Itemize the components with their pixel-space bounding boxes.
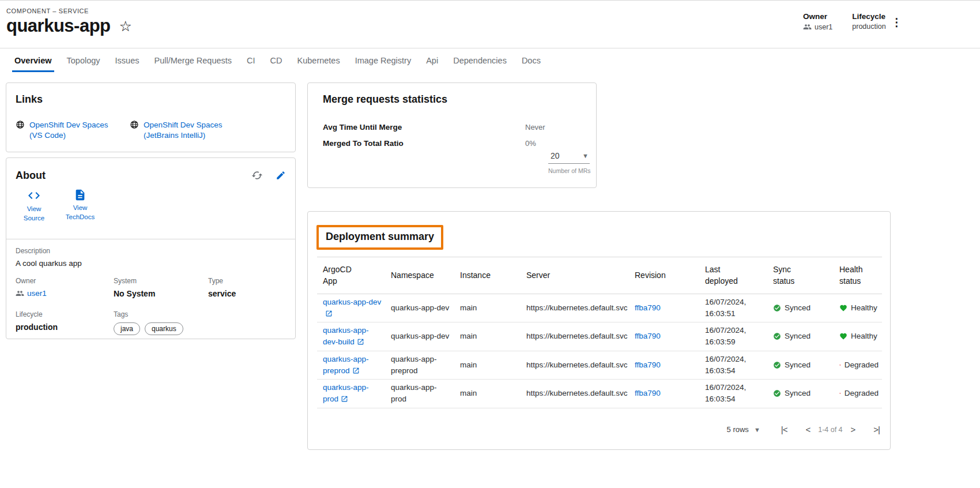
argocd-app-link[interactable]: quarkus-app-prod	[323, 383, 369, 403]
entity-page: COMPONENT – SERVICE quarkus-app ☆ Owner …	[0, 0, 980, 488]
instance-cell: main	[454, 322, 521, 351]
namespace-cell: quarkus-app-dev	[385, 322, 454, 351]
number-of-mrs-select[interactable]: 20 ▼ Number of MRs	[548, 151, 590, 174]
check-circle-icon	[773, 304, 781, 312]
check-circle-icon	[773, 361, 781, 369]
namespace-cell: quarkus-app-prod	[385, 380, 454, 408]
health-status-cell: Healthy	[839, 331, 879, 342]
namespace-cell: quarkus-app-dev	[385, 294, 454, 322]
links-card: Links OpenShift Dev Spaces (VS Code) Ope…	[6, 82, 296, 152]
table-pagination: 5 rows ▼ |< < 1-4 of 4 > >|	[727, 425, 880, 434]
stat-label: Avg Time Until Merge	[323, 123, 525, 132]
tab-issues[interactable]: Issues	[108, 49, 147, 72]
docs-icon	[74, 189, 86, 201]
about-owner-field: Owner user1	[16, 277, 114, 300]
link-devspaces-intellij[interactable]: OpenShift Dev Spaces (JetBrains IntelliJ…	[130, 120, 229, 141]
sync-status-cell: Synced	[773, 331, 830, 342]
open-in-new-icon	[341, 395, 348, 403]
tab-pull-merge-requests[interactable]: Pull/Merge Requests	[146, 49, 239, 72]
favorite-star-icon[interactable]: ☆	[119, 19, 132, 33]
view-source-button[interactable]: View Source	[16, 189, 52, 223]
chevron-down-icon: ▼	[754, 426, 760, 433]
deployment-table: ArgoCD App Namespace Instance Server Rev…	[317, 257, 882, 408]
link-devspaces-vscode[interactable]: OpenShift Dev Spaces (VS Code)	[16, 120, 115, 141]
title-row: quarkus-app ☆	[6, 16, 132, 36]
check-circle-icon	[773, 389, 781, 397]
about-owner-link[interactable]: user1	[16, 289, 47, 298]
tab-dependencies[interactable]: Dependencies	[446, 49, 514, 72]
about-lifecycle-label: Lifecycle	[16, 310, 114, 318]
about-tags-label: Tags	[114, 310, 208, 318]
link-label: OpenShift Dev Spaces (VS Code)	[29, 120, 115, 141]
revision-link[interactable]: ffba790	[635, 389, 661, 397]
rows-per-page-select[interactable]: 5 rows ▼	[727, 425, 760, 434]
tab-image-registry[interactable]: Image Registry	[348, 49, 419, 72]
health-status-cell: Degraded	[839, 359, 879, 371]
about-type-value: service	[208, 289, 286, 298]
tab-docs[interactable]: Docs	[514, 49, 548, 72]
tab-ci[interactable]: CI	[239, 49, 263, 72]
merge-stats-card: Merge requests statistics Avg Time Until…	[307, 82, 597, 188]
about-system-value: No System	[114, 289, 208, 298]
open-in-new-icon	[325, 310, 333, 317]
code-icon	[27, 189, 41, 202]
globe-icon	[16, 120, 25, 129]
instance-cell: main	[454, 380, 521, 408]
previous-page-icon[interactable]: <	[805, 425, 810, 434]
merge-stats-title: Merge requests statistics	[323, 93, 581, 106]
chevron-down-icon: ▼	[582, 152, 589, 159]
stat-row-avg-merge: Avg Time Until Merge Never	[323, 123, 581, 132]
view-techdocs-button[interactable]: View TechDocs	[62, 189, 99, 223]
owner-value: user1	[803, 22, 832, 31]
last-page-icon[interactable]: >|	[873, 425, 880, 434]
first-page-icon[interactable]: |<	[781, 425, 787, 434]
about-owner-value: user1	[27, 289, 47, 298]
deployment-summary-card: Deployment summary ArgoCD App Namespace …	[307, 211, 891, 450]
server-cell: https://kubernetes.default.svc	[521, 294, 629, 322]
stat-value: 0%	[525, 139, 536, 148]
tab-topology[interactable]: Topology	[59, 49, 108, 72]
revision-link[interactable]: ffba790	[635, 303, 661, 312]
col-sync-status: Sync status	[767, 257, 834, 294]
more-options-kebab-icon[interactable]: ⋮	[888, 14, 906, 30]
next-page-icon[interactable]: >	[851, 425, 855, 434]
argocd-app-link[interactable]: quarkus-app-dev-build	[323, 326, 369, 346]
links-list: OpenShift Dev Spaces (VS Code) OpenShift…	[16, 120, 286, 141]
refresh-icon[interactable]	[251, 170, 263, 181]
argocd-app-link[interactable]: quarkus-app-preprod	[323, 355, 369, 375]
stat-value: Never	[525, 123, 545, 132]
lifecycle-value: production	[852, 22, 885, 31]
table-row: quarkus-app-prod quarkus-app-prod main h…	[317, 380, 882, 408]
sync-status-cell: Synced	[773, 359, 830, 371]
tab-api[interactable]: Api	[419, 49, 446, 72]
open-in-new-icon	[357, 338, 364, 346]
lifecycle-block: Lifecycle production	[852, 12, 885, 31]
about-system-label: System	[114, 277, 208, 285]
tab-kubernetes[interactable]: Kubernetes	[290, 49, 348, 72]
sync-status-cell: Synced	[773, 302, 830, 314]
header-metadata: Owner user1 Lifecycle production	[803, 12, 886, 31]
instance-cell: main	[454, 351, 521, 380]
check-circle-icon	[773, 332, 781, 340]
owner-label: Owner	[803, 12, 832, 21]
last-deployed-cell: 16/07/2024, 16:03:54	[699, 351, 767, 380]
broken-heart-icon	[839, 361, 841, 369]
entity-tabs: Overview Topology Issues Pull/Merge Requ…	[0, 49, 980, 72]
tab-overview[interactable]: Overview	[7, 49, 59, 72]
revision-link[interactable]: ffba790	[635, 332, 661, 340]
col-revision: Revision	[629, 257, 699, 294]
about-type-field: Type service	[208, 277, 286, 300]
argocd-app-link[interactable]: quarkus-app-dev	[323, 298, 381, 318]
health-status-cell: Degraded	[839, 388, 879, 399]
links-card-title: Links	[16, 93, 286, 106]
page-title: quarkus-app	[6, 16, 111, 36]
table-row: quarkus-app-dev-build quarkus-app-dev ma…	[317, 322, 882, 351]
description-label: Description	[16, 247, 286, 255]
col-instance: Instance	[454, 257, 521, 294]
instance-cell: main	[454, 294, 521, 322]
about-system-field: System No System	[114, 277, 208, 300]
tab-cd[interactable]: CD	[263, 49, 290, 72]
edit-pencil-icon[interactable]	[276, 170, 286, 181]
revision-link[interactable]: ffba790	[635, 361, 661, 369]
link-label: OpenShift Dev Spaces (JetBrains IntelliJ…	[144, 120, 229, 141]
